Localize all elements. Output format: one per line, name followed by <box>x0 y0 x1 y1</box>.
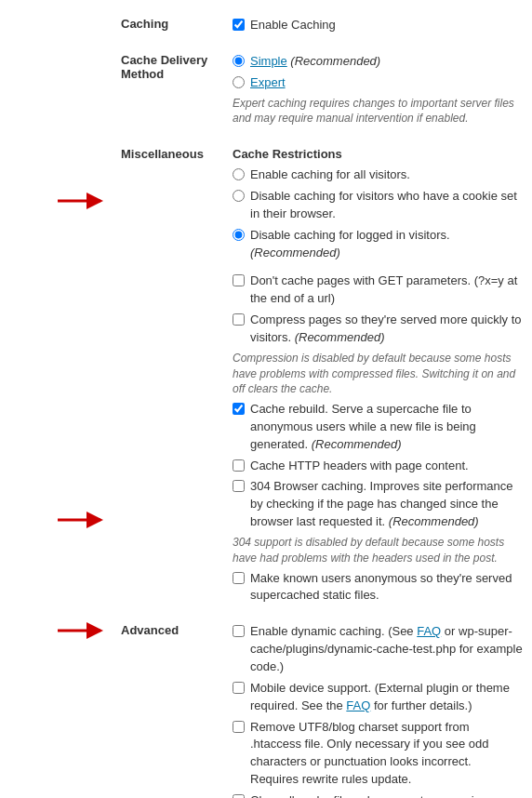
no-get-checkbox[interactable] <box>233 274 245 286</box>
cache-restrictions-title: Cache Restrictions <box>233 147 523 161</box>
mobile-support-label[interactable]: Mobile device support. (External plugin … <box>250 680 523 715</box>
anonymous-users-checkbox[interactable] <box>233 572 245 584</box>
miscellaneous-label: Miscellaneous <box>121 140 233 616</box>
expert-link[interactable]: Expert <box>250 75 286 89</box>
cache-delivery-label: Cache Delivery Method <box>121 46 233 140</box>
dynamic-caching-label[interactable]: Enable dynamic caching. (See FAQ or wp-s… <box>250 623 523 676</box>
cache-delivery-desc: Expert caching requires changes to impor… <box>233 96 523 127</box>
cache-rebuild-checkbox[interactable] <box>233 403 245 415</box>
all-visitors-label[interactable]: Enable caching for all visitors. <box>250 166 410 184</box>
enable-caching-label[interactable]: Enable Caching <box>250 17 336 34</box>
utf8-remove-checkbox[interactable] <box>233 721 245 733</box>
clear-on-publish-checkbox[interactable] <box>233 794 245 798</box>
simple-label[interactable]: Simple (Recommended) <box>250 53 380 71</box>
expert-label[interactable]: Expert <box>250 74 286 92</box>
enable-caching-checkbox[interactable] <box>233 19 245 31</box>
cookie-visitors-label[interactable]: Disable caching for visitors who have a … <box>250 188 523 223</box>
clear-on-publish-label[interactable]: Clear all cache files when a post or pag… <box>250 792 523 798</box>
utf8-remove-label[interactable]: Remove UTF8/blog charset support from .h… <box>250 719 523 789</box>
arrow-2 <box>56 510 107 533</box>
arrow-1 <box>56 191 107 214</box>
dynamic-caching-checkbox[interactable] <box>233 625 245 637</box>
compress-checkbox[interactable] <box>233 313 245 326</box>
304-desc: 304 support is disabled by default becau… <box>233 535 523 566</box>
simple-radio[interactable] <box>233 55 245 67</box>
browser-304-label[interactable]: 304 Browser caching. Improves site perfo… <box>250 478 523 531</box>
logged-in-radio[interactable] <box>233 229 245 241</box>
dynamic-faq-link[interactable]: FAQ <box>417 624 441 638</box>
compress-label[interactable]: Compress pages so they're served more qu… <box>250 312 523 347</box>
no-get-label[interactable]: Don't cache pages with GET parameters. (… <box>250 273 523 308</box>
http-headers-checkbox[interactable] <box>233 459 245 472</box>
anonymous-users-label[interactable]: Make known users anonymous so they're se… <box>250 570 523 605</box>
cache-rebuild-label[interactable]: Cache rebuild. Serve a supercache file t… <box>250 401 523 454</box>
logged-in-label[interactable]: Disable caching for logged in visitors. … <box>250 227 523 262</box>
advanced-label: Advanced <box>121 616 233 798</box>
browser-304-checkbox[interactable] <box>233 480 245 492</box>
compress-desc: Compression is disabled by default becau… <box>233 351 523 397</box>
mobile-support-checkbox[interactable] <box>233 682 245 694</box>
simple-link[interactable]: Simple <box>250 54 287 68</box>
all-visitors-radio[interactable] <box>233 168 245 180</box>
expert-radio[interactable] <box>233 76 245 88</box>
caching-label: Caching <box>121 9 233 46</box>
arrow-3 <box>56 620 107 644</box>
mobile-faq-link[interactable]: FAQ <box>346 698 370 712</box>
cookie-visitors-radio[interactable] <box>233 190 245 202</box>
http-headers-label[interactable]: Cache HTTP headers with page content. <box>250 458 469 475</box>
